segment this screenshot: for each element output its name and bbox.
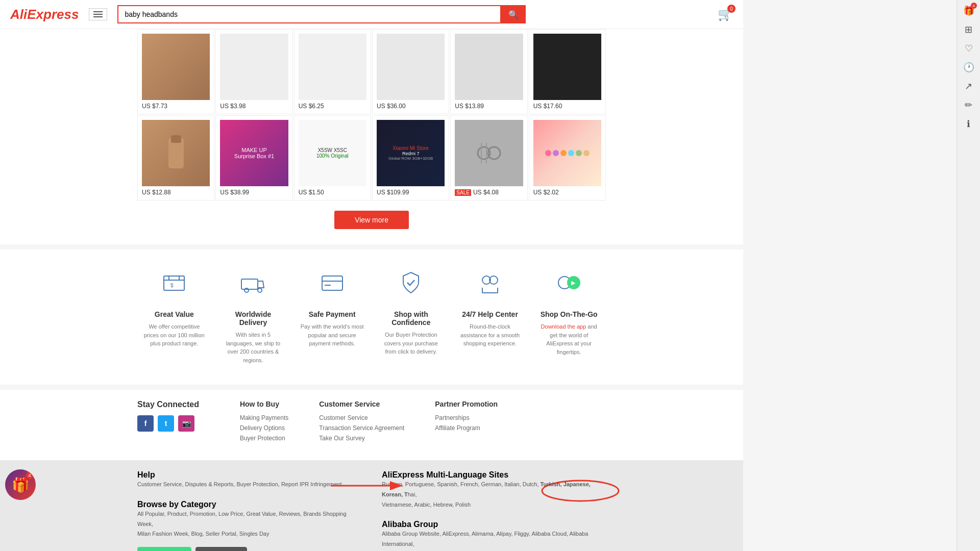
seller-portal-link[interactable]: Seller Portal bbox=[206, 531, 236, 537]
low-price-link[interactable]: Low Price bbox=[218, 511, 243, 517]
multi-language-section: AliExpress Multi-Language Sites Russian,… bbox=[382, 470, 606, 510]
feature-desc: With sites in 5 languages, we ship to ov… bbox=[222, 331, 285, 364]
search-bar: 🔍 bbox=[117, 5, 526, 23]
blog-link[interactable]: Blog bbox=[191, 531, 203, 537]
product-image: Xiaomi Mi Store Redmi 7 Global ROM 3GB+3… bbox=[377, 120, 445, 186]
app-store-button[interactable]: 🍎 App Store bbox=[195, 547, 247, 551]
take-survey-link[interactable]: Take Our Survey bbox=[319, 435, 404, 442]
product-card[interactable]: MAKE UPSurprise Box #1 US $38.99 bbox=[215, 115, 292, 201]
svg-rect-1 bbox=[171, 135, 181, 143]
buyer-protection-link[interactable]: Buyer Protection bbox=[240, 435, 288, 442]
partner-promotion-title: Partner Promotion bbox=[435, 400, 498, 408]
product-card[interactable]: US $2.02 bbox=[529, 115, 606, 201]
help-icon bbox=[458, 270, 522, 305]
menu-button[interactable] bbox=[89, 8, 107, 20]
alimama-link[interactable]: Alimama bbox=[472, 531, 494, 537]
reviews-link[interactable]: Reviews bbox=[279, 511, 300, 517]
alibaba-website-link[interactable]: Alibaba Group Website bbox=[382, 531, 439, 537]
buyer-protection-footer-link[interactable]: Buyer Protection bbox=[236, 481, 278, 487]
aliexpress-logo[interactable]: AliExpress bbox=[10, 7, 79, 22]
help-section: Help Customer Service, Disputes & Report… bbox=[137, 470, 361, 490]
svg-rect-6 bbox=[164, 276, 184, 290]
product-image bbox=[455, 34, 523, 100]
browse-title: Browse by Category bbox=[137, 500, 361, 509]
view-more-section: View more bbox=[0, 201, 743, 244]
promotion-link[interactable]: Promotion bbox=[190, 511, 215, 517]
features-section: $ Great Value We offer competitive price… bbox=[0, 249, 743, 385]
customer-service-footer-link[interactable]: Customer Service bbox=[137, 481, 182, 487]
search-button[interactable]: 🔍 bbox=[501, 5, 526, 23]
all-popular-link[interactable]: All Popular bbox=[137, 511, 164, 517]
product-card[interactable]: US $36.00 bbox=[372, 29, 449, 114]
product-card[interactable]: US $17.60 bbox=[529, 29, 606, 114]
alipay-link[interactable]: Alipay bbox=[496, 531, 511, 537]
delivery-options-link[interactable]: Delivery Options bbox=[240, 424, 288, 432]
partnerships-link[interactable]: Partnerships bbox=[435, 414, 498, 421]
svg-point-13 bbox=[258, 288, 262, 292]
app-icon: ▶ bbox=[537, 270, 601, 305]
social-icons: f t 📷 bbox=[137, 415, 199, 432]
view-more-button[interactable]: View more bbox=[334, 211, 409, 229]
footer-bottom-grid: Help Customer Service, Disputes & Report… bbox=[137, 470, 606, 551]
product-image bbox=[299, 34, 366, 100]
product-price: US $17.60 bbox=[533, 103, 601, 110]
floating-promo-icon[interactable]: 🎁 4 bbox=[5, 469, 36, 500]
twitter-icon[interactable]: t bbox=[158, 415, 174, 432]
product-price: US $3.98 bbox=[220, 103, 288, 110]
product-card[interactable]: US $12.88 bbox=[137, 115, 214, 201]
customer-service-col: Customer Service Customer Service Transa… bbox=[319, 400, 404, 445]
cart-area: 🛒 0 bbox=[718, 7, 733, 21]
feature-great-value: $ Great Value We offer competitive price… bbox=[137, 260, 211, 374]
customer-service-link[interactable]: Customer Service bbox=[319, 414, 404, 421]
instagram-icon[interactable]: 📷 bbox=[178, 415, 194, 432]
help-links: Customer Service, Disputes & Reports, Bu… bbox=[137, 480, 361, 490]
singles-day-link[interactable]: Singles Day bbox=[239, 531, 270, 537]
search-input[interactable] bbox=[117, 5, 501, 23]
product-card[interactable]: SALEUS $4.08 bbox=[450, 115, 527, 201]
product-card[interactable]: US $3.98 bbox=[215, 29, 292, 114]
product-price: US $2.02 bbox=[533, 189, 601, 196]
great-value-link[interactable]: Great Value bbox=[246, 511, 276, 517]
alibaba-group-links: Alibaba Group Website, AliExpress, Alima… bbox=[382, 529, 606, 551]
feature-title: Shop On-The-Go bbox=[537, 310, 601, 318]
product-image: MAKE UPSurprise Box #1 bbox=[220, 120, 288, 186]
feature-title: 24/7 Help Center bbox=[458, 310, 522, 318]
great-value-icon: $ bbox=[142, 270, 206, 305]
product-card[interactable]: US $13.89 bbox=[450, 29, 527, 114]
aliexpress-link[interactable]: AliExpress bbox=[442, 531, 469, 537]
alibaba-group-title: Alibaba Group bbox=[382, 520, 606, 529]
product-price: US $6.25 bbox=[299, 103, 366, 110]
footer-bottom: Help Customer Service, Disputes & Report… bbox=[0, 460, 743, 551]
facebook-icon[interactable]: f bbox=[137, 415, 154, 432]
product-price: US $12.88 bbox=[142, 189, 210, 196]
feature-title: Shop with Confidence bbox=[379, 310, 443, 327]
report-ipr-link[interactable]: Report IPR Infringement bbox=[281, 481, 342, 487]
feature-safe-payment: Safe Payment Pay with the world's most p… bbox=[295, 260, 369, 374]
feature-title: Great Value bbox=[142, 310, 206, 318]
browse-section: Browse by Category All Popular, Product,… bbox=[137, 500, 361, 539]
product-image bbox=[377, 34, 445, 100]
product-link[interactable]: Product bbox=[167, 511, 187, 517]
product-card[interactable]: US $7.73 bbox=[137, 29, 214, 114]
header: AliExpress 🔍 🛒 0 bbox=[0, 0, 743, 29]
product-image bbox=[220, 34, 288, 100]
svg-text:$: $ bbox=[170, 283, 174, 288]
download-app-link[interactable]: Download the app bbox=[541, 323, 586, 330]
alibaba-cloud-link[interactable]: Alibaba Cloud bbox=[532, 531, 567, 537]
product-card[interactable]: X5SW X5SC100% Original US $1.50 bbox=[294, 115, 371, 201]
product-grid: US $7.73 US $3.98 US $6.25 US $36.00 US … bbox=[137, 29, 606, 201]
features-grid: $ Great Value We offer competitive price… bbox=[137, 260, 606, 374]
disputes-link[interactable]: Disputes & Reports bbox=[185, 481, 234, 487]
transaction-agreement-link[interactable]: Transaction Service Agreement bbox=[319, 424, 404, 432]
svg-text:▶: ▶ bbox=[571, 280, 576, 286]
app-buttons: ▶ Google Play 🍎 App Store bbox=[137, 547, 361, 551]
making-payments-link[interactable]: Making Payments bbox=[240, 414, 288, 421]
product-price: US $13.89 bbox=[455, 103, 523, 110]
google-play-button[interactable]: ▶ Google Play bbox=[137, 547, 191, 551]
fliggy-link[interactable]: Fliggy bbox=[514, 531, 529, 537]
product-card[interactable]: US $6.25 bbox=[294, 29, 371, 114]
product-card[interactable]: Xiaomi Mi Store Redmi 7 Global ROM 3GB+3… bbox=[372, 115, 449, 201]
partner-promotion-col: Partner Promotion Partnerships Affiliate… bbox=[435, 400, 498, 445]
milan-link[interactable]: Milan Fashion Week bbox=[137, 531, 188, 537]
affiliate-program-link[interactable]: Affiliate Program bbox=[435, 424, 498, 432]
